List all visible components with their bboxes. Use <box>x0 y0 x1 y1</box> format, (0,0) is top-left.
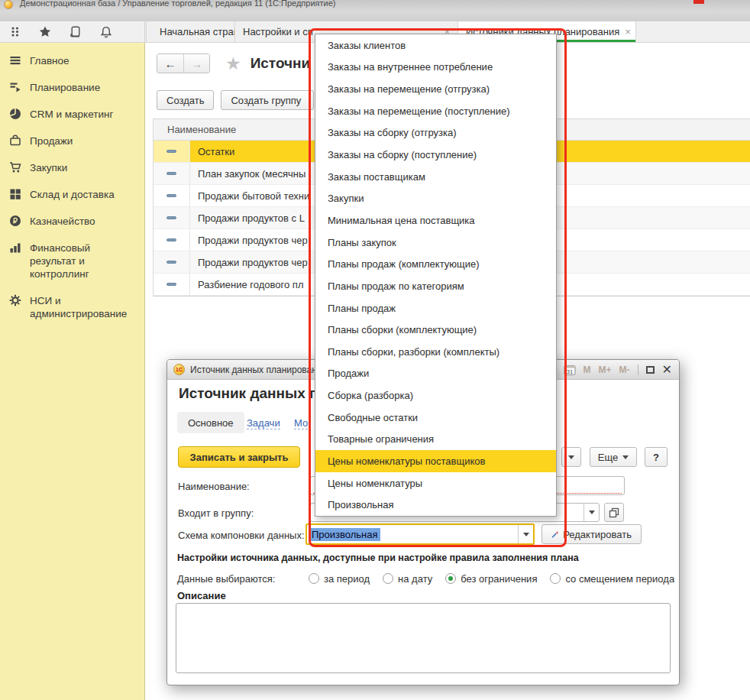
dropdown-item[interactable]: Заказы поставщикам <box>315 166 556 188</box>
radio-icon[interactable] <box>445 573 456 584</box>
radio-option[interactable]: со смещением периода <box>550 573 674 585</box>
schema-dropdown-button[interactable] <box>518 525 533 543</box>
dropdown-item-label: Минимальная цена поставщика <box>328 215 475 226</box>
element-dash-icon <box>166 283 176 286</box>
dropdown-item-label: Товарные ограничения <box>328 433 434 445</box>
sidebar-item-purchases[interactable]: Закупки <box>0 154 144 181</box>
chevron-down-icon <box>622 455 629 459</box>
dropdown-item-label: Продажи <box>328 368 369 379</box>
tab-close-icon[interactable]: × <box>625 27 631 37</box>
group-open-button[interactable] <box>604 503 624 522</box>
forward-button[interactable]: → <box>183 54 209 73</box>
maximize-icon[interactable] <box>646 366 655 374</box>
dropdown-item[interactable]: Планы сборки (комплектующие) <box>315 319 556 341</box>
dropdown-item[interactable]: Свободные остатки <box>315 407 556 429</box>
sidebar-item-nsi-admin[interactable]: НСИ и администрирование <box>0 287 144 327</box>
chevron-down-icon <box>568 455 574 459</box>
tab-home[interactable]: Начальная страница <box>146 21 235 42</box>
dropdown-item[interactable]: Минимальная цена поставщика <box>315 209 556 232</box>
element-dash-icon <box>166 216 176 219</box>
dropdown-item[interactable]: Планы закупок <box>315 232 556 254</box>
dropdown-item[interactable]: Произвольная <box>315 494 556 516</box>
radio-icon[interactable] <box>309 573 319 584</box>
apps-menu-icon[interactable] <box>10 26 21 37</box>
sidebar-item-crm[interactable]: CRM и маркетинг <box>0 101 144 128</box>
dropdown-item[interactable]: Товарные ограничения <box>315 429 556 451</box>
radio-option[interactable]: без ограничения <box>445 573 537 585</box>
dialog-tab-tasks[interactable]: Задачи <box>247 417 280 429</box>
dropdown-item-label: Цены номенклатуры поставщиков <box>328 455 485 467</box>
briefcase-icon <box>9 134 21 147</box>
more-button[interactable]: Еще <box>590 447 637 467</box>
save-and-close-button[interactable]: Записать и закрыть <box>178 446 300 468</box>
1c-logo-icon <box>4 0 13 9</box>
dropdown-item[interactable]: Цены номенклатуры <box>315 472 556 494</box>
sidebar-item-main[interactable]: Главное <box>0 47 144 74</box>
dropdown-item[interactable]: Планы сборки, разборки (комплекты) <box>315 341 556 363</box>
dropdown-item[interactable]: Заказы на внутреннее потребление <box>315 57 556 79</box>
dropdown-item[interactable]: Цены номенклатуры поставщиков <box>315 450 556 472</box>
sidebar-item-treasury[interactable]: Казначейство <box>0 208 144 235</box>
dropdown-item[interactable]: Заказы клиентов <box>315 34 556 57</box>
dropdown-item-label: Сборка (разборка) <box>328 390 413 401</box>
window-close-button[interactable] <box>693 0 704 4</box>
memory-minus-button[interactable]: M- <box>619 365 630 375</box>
dropdown-item[interactable]: Заказы на перемещение (отгрузка) <box>315 78 556 100</box>
separator <box>638 365 638 375</box>
dropdown-item-label: Заказы на перемещение (поступление) <box>328 105 510 117</box>
dropdown-item[interactable]: Планы продаж (комплектующие) <box>315 253 556 275</box>
radio-icon[interactable] <box>383 573 393 584</box>
close-icon[interactable]: ✕ <box>662 364 672 376</box>
group-dropdown-button[interactable] <box>584 504 599 521</box>
dialog-tab-my[interactable]: Мо <box>294 417 308 429</box>
memory-button[interactable]: M <box>584 365 591 375</box>
data-select-label: Данные выбираются: <box>177 573 275 585</box>
radio-option[interactable]: на дату <box>383 573 432 585</box>
schema-selected-value: Произвольная <box>309 528 380 541</box>
dropdown-item-label: Заказы клиентов <box>328 40 406 51</box>
dropdown-item[interactable]: Планы продаж по категориям <box>315 275 556 297</box>
back-button[interactable]: ← <box>157 54 183 73</box>
svg-text:31: 31 <box>566 368 572 374</box>
dropdown-item[interactable]: Закупки <box>315 187 556 209</box>
favorite-star-icon[interactable]: ★ <box>225 55 241 72</box>
hidden-split-button[interactable] <box>561 447 581 467</box>
dropdown-item-label: Заказы на сборку (отгрузка) <box>328 127 456 138</box>
dialog-title: Источник данных планировани: <box>190 365 325 375</box>
schema-combo-input[interactable]: Произвольная <box>305 523 535 545</box>
1c-logo-icon: 1С <box>173 364 185 375</box>
window-titlebar: Демонстрационная база / Управление торго… <box>0 0 750 21</box>
memory-plus-button[interactable]: M+ <box>599 365 612 375</box>
dropdown-item-label: Планы продаж (комплектующие) <box>328 258 480 270</box>
edit-schema-button[interactable]: Редактировать <box>541 524 642 544</box>
notifications-bell-icon[interactable] <box>100 26 112 38</box>
dropdown-item[interactable]: Заказы на сборку (поступление) <box>315 144 556 166</box>
dialog-tab-main[interactable]: Основное <box>177 412 244 433</box>
radio-option[interactable]: за период <box>309 573 370 585</box>
history-scroll-icon[interactable] <box>70 26 82 37</box>
element-dash-icon <box>166 261 176 264</box>
sidebar-item-warehouse[interactable]: Склад и доставка <box>0 181 144 208</box>
chevron-down-icon <box>523 533 529 536</box>
create-button[interactable]: Создать <box>157 90 214 110</box>
dropdown-item[interactable]: Планы продаж <box>315 297 556 319</box>
dropdown-item-label: Закупки <box>328 193 364 204</box>
element-dash-icon <box>166 172 176 175</box>
dropdown-item[interactable]: Заказы на сборку (отгрузка) <box>315 122 556 144</box>
favorites-star-icon[interactable] <box>39 26 51 37</box>
planning-icon <box>9 81 21 93</box>
sidebar-item-financial-result[interactable]: Финансовый результат и контроллинг <box>0 235 144 287</box>
radio-icon[interactable] <box>550 573 561 584</box>
help-button[interactable]: ? <box>645 447 668 467</box>
description-textarea[interactable] <box>176 603 671 673</box>
group-field-label: Входит в группу: <box>178 507 254 519</box>
dropdown-item[interactable]: Заказы на перемещение (поступление) <box>315 100 556 122</box>
dropdown-item[interactable]: Сборка (разборка) <box>315 384 556 407</box>
sidebar-item-sales[interactable]: Продажи <box>0 128 144 154</box>
dropdown-item[interactable]: Продажи <box>315 363 556 385</box>
grid-icon <box>9 188 21 200</box>
element-dash-icon <box>166 238 176 241</box>
create-group-button[interactable]: Создать группу <box>221 90 314 110</box>
sidebar-item-planning[interactable]: Планирование <box>0 74 144 101</box>
calendar-icon[interactable]: 31 <box>564 364 576 376</box>
